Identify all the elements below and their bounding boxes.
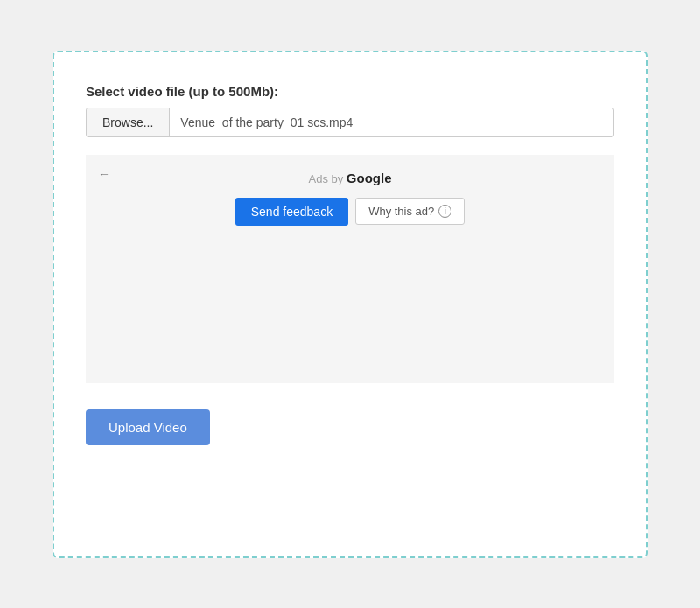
why-this-ad-button[interactable]: Why this ad? i	[355, 198, 465, 225]
info-icon: i	[438, 205, 452, 218]
ad-box: ← Ads by Google Send feedback Why this a…	[86, 155, 614, 383]
file-select-section: Select video file (up to 500Mb): Browse.…	[86, 84, 614, 137]
main-container: Select video file (up to 500Mb): Browse.…	[52, 51, 648, 558]
ads-by-label: Ads by	[308, 172, 346, 185]
file-select-label: Select video file (up to 500Mb):	[86, 84, 614, 99]
label-prefix: Select video file (	[86, 84, 193, 99]
ad-back-arrow[interactable]: ←	[98, 167, 110, 181]
browse-button[interactable]: Browse...	[87, 108, 170, 136]
label-bold: up to 500Mb	[193, 84, 270, 99]
why-this-ad-label: Why this ad?	[368, 205, 434, 218]
ad-header: Ads by Google	[103, 171, 597, 185]
file-name-display: Venue_of the party_01 scs.mp4	[170, 108, 613, 136]
label-suffix: ):	[270, 84, 278, 99]
ad-actions: Send feedback Why this ad? i	[103, 198, 597, 226]
send-feedback-button[interactable]: Send feedback	[235, 198, 348, 226]
upload-video-button[interactable]: Upload Video	[86, 409, 210, 445]
file-input-row: Browse... Venue_of the party_01 scs.mp4	[86, 108, 614, 137]
google-label: Google	[346, 171, 392, 185]
